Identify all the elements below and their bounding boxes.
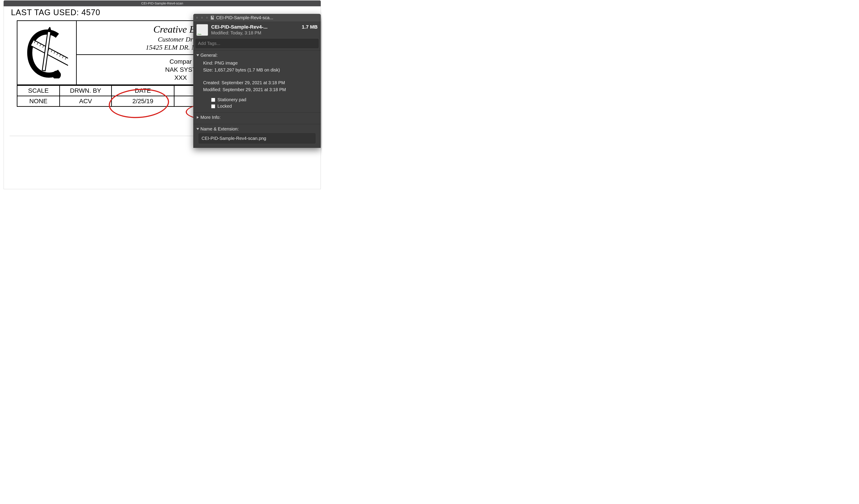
modified2-value: September 29, 2021 at 3:18 PM (223, 87, 286, 92)
tags-field[interactable]: Add Tags... (196, 39, 318, 48)
window-traffic-lights[interactable] (196, 16, 209, 19)
document-window-titlebar[interactable]: CEI-PID-Sample-Rev4-scan (3, 0, 321, 6)
kind-value: PNG image (214, 61, 238, 65)
section-more-info-label: More Info: (200, 115, 221, 120)
get-info-panel[interactable]: CEI-PID-Sample-Rev4-sca... CEI-PID-Sampl… (193, 14, 321, 148)
size-label: Size: (203, 67, 213, 73)
file-icon (211, 16, 214, 20)
created-label: Created: (203, 80, 220, 85)
cell-scale-header: SCALE (17, 85, 60, 96)
size-value: 1,657,297 bytes (1.7 MB on disk) (214, 67, 280, 73)
modified2-label: Modified: (203, 87, 221, 92)
disclosure-triangle-icon[interactable] (197, 116, 199, 119)
section-name-ext-header[interactable]: Name & Extension: (196, 126, 318, 131)
info-modified-label: Modified: (211, 30, 229, 35)
kind-label: Kind: (203, 61, 213, 65)
disclosure-triangle-icon[interactable] (196, 128, 199, 130)
info-filename: CEI-PID-Sample-Rev4-... (211, 24, 268, 30)
disclosure-triangle-icon[interactable] (196, 54, 199, 56)
section-name-extension: Name & Extension: CEI-PID-Sample-Rev4-sc… (193, 124, 321, 148)
section-general-label: General: (200, 53, 218, 58)
locked-label: Locked (217, 104, 232, 109)
section-name-ext-label: Name & Extension: (200, 126, 239, 131)
zoom-window-icon[interactable] (205, 16, 209, 19)
section-general: General: Kind: PNG image Size: 1,657,297… (193, 50, 321, 112)
company-logo (17, 21, 77, 84)
name-extension-field[interactable]: CEI-PID-Sample-Rev4-scan.png (199, 133, 315, 143)
stationery-pad-checkbox[interactable]: Stationery pad (211, 97, 318, 102)
stationery-pad-input[interactable] (211, 98, 215, 102)
cell-scale-value: NONE (17, 96, 60, 106)
cell-drawnby-value: ACV (60, 96, 112, 106)
close-window-icon[interactable] (196, 16, 199, 19)
file-thumbnail-icon (196, 24, 208, 36)
cell-date-header: DATE (112, 85, 175, 96)
cell-date-value: 2/25/19 (112, 96, 175, 106)
info-title: CEI-PID-Sample-Rev4-sca... (216, 15, 318, 20)
section-more-info: More Info: (193, 112, 321, 124)
section-general-header[interactable]: General: (196, 53, 318, 58)
info-filesize: 1.7 MB (302, 24, 318, 30)
section-more-info-header[interactable]: More Info: (196, 115, 318, 120)
created-value: September 29, 2021 at 3:18 PM (222, 80, 285, 85)
logo-c-ruler-pencil-icon (26, 27, 68, 78)
locked-input[interactable] (211, 104, 215, 108)
stationery-pad-label: Stationery pad (217, 97, 246, 102)
minimize-window-icon[interactable] (200, 16, 204, 19)
info-header: CEI-PID-Sample-Rev4-... 1.7 MB Modified:… (193, 21, 321, 37)
info-titlebar[interactable]: CEI-PID-Sample-Rev4-sca... (193, 14, 321, 21)
info-modified-value: Today, 3:18 PM (230, 30, 261, 35)
cell-drawnby-header: DRWN. BY (60, 85, 112, 96)
document-window-title: CEI-PID-Sample-Rev4-scan (141, 1, 183, 5)
locked-checkbox[interactable]: Locked (211, 104, 318, 109)
